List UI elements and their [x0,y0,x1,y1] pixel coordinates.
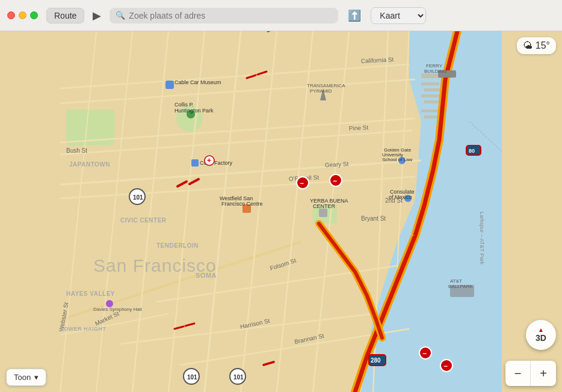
svg-text:BUILDING: BUILDING [424,69,447,74]
titlebar: Route ▶ 🔍 ⬆️ Kaart Satelliet Transit [0,0,562,31]
svg-text:School of Law: School of Law [382,157,412,162]
svg-rect-7 [424,115,439,118]
svg-line-33 [178,182,187,186]
svg-text:101: 101 [187,374,197,381]
search-bar: 🔍 [110,8,338,23]
3d-button[interactable]: ▲ 3D [526,320,556,350]
svg-text:280: 280 [371,357,381,364]
svg-text:−: − [422,349,427,358]
svg-text:Huntington Park: Huntington Park [174,108,214,114]
svg-text:BALLPARK: BALLPARK [448,284,473,289]
search-input[interactable] [129,11,332,20]
svg-text:AT&T: AT&T [450,278,462,284]
map-container[interactable]: California St Pine St Bush St Geary St O… [0,31,562,392]
svg-rect-2 [421,82,439,85]
svg-text:California St: California St [361,56,394,64]
svg-text:−: − [300,179,304,188]
svg-rect-73 [319,209,327,217]
svg-text:Davies Symphony Hall: Davies Symphony Hall [93,307,142,312]
svg-line-27 [205,31,241,392]
svg-text:Bryant St: Bryant St [361,215,386,222]
svg-text:−: − [443,362,448,370]
svg-rect-60 [165,81,174,89]
close-button[interactable] [7,11,15,19]
share-button[interactable]: ⬆️ [343,7,366,25]
svg-text:TENDERLOIN: TENDERLOIN [156,242,199,249]
svg-text:PYRAMID: PYRAMID [310,88,332,94]
svg-text:Larkspur – AT&T Park: Larkspur – AT&T Park [479,212,485,265]
svg-line-25 [132,31,168,392]
weather-icon: 🌤 [523,40,533,51]
weather-badge: 🌤 15° [517,37,556,54]
svg-line-23 [60,31,96,392]
map-svg: California St Pine St Bush St Geary St O… [0,31,562,392]
svg-text:CENTER: CENTER [313,203,336,209]
location-button[interactable]: ▶ [89,7,105,25]
temperature-label: 15° [536,40,550,51]
show-dropdown[interactable]: Toon ▾ [6,369,46,386]
zoom-controls: − + [505,361,556,386]
svg-text:101: 101 [133,194,143,201]
svg-text:+: + [207,156,211,165]
route-button[interactable]: Route [46,8,84,23]
zoom-out-button[interactable]: − [505,361,531,386]
svg-text:TRANSAMERICA: TRANSAMERICA [307,83,345,88]
search-icon: 🔍 [116,11,125,20]
svg-text:FERRY: FERRY [426,63,443,69]
svg-text:Folsom St: Folsom St [269,257,297,271]
svg-line-13 [60,79,415,103]
svg-text:Pine St: Pine St [349,124,369,132]
maximize-button[interactable] [30,11,38,19]
svg-text:−: − [333,177,337,185]
svg-text:Cable Car Museum: Cable Car Museum [174,79,221,85]
svg-text:LOWER HAIGHT: LOWER HAIGHT [60,326,107,332]
svg-text:San Francisco: San Francisco [93,256,217,275]
svg-text:80: 80 [469,148,475,154]
show-label: Toon [14,373,31,382]
svg-text:Collis P.: Collis P. [174,102,194,108]
svg-line-38 [174,326,184,329]
svg-text:101: 101 [233,374,244,381]
svg-line-16 [60,161,421,185]
map-type-select[interactable]: Kaart Satelliet Transit [371,7,426,24]
svg-line-39 [185,323,194,326]
svg-line-34 [190,179,199,184]
zoom-in-button[interactable]: + [531,361,556,386]
svg-rect-65 [191,159,199,167]
chevron-down-icon: ▾ [34,373,39,382]
svg-line-40 [264,362,274,365]
svg-text:HAYES VALLEY: HAYES VALLEY [66,290,115,297]
minimize-button[interactable] [19,11,26,19]
svg-text:of Mexico: of Mexico [389,194,412,200]
svg-text:Bush St: Bush St [66,147,87,154]
svg-text:CIVIC CENTER: CIVIC CENTER [120,217,167,224]
svg-rect-6 [421,109,439,112]
compass-arrow-icon: ▲ [538,327,544,333]
svg-text:Francisco Centre: Francisco Centre [221,201,263,207]
svg-text:Geary St: Geary St [325,161,349,168]
svg-text:JAPANTOWN: JAPANTOWN [69,161,110,168]
window-controls [7,11,38,19]
